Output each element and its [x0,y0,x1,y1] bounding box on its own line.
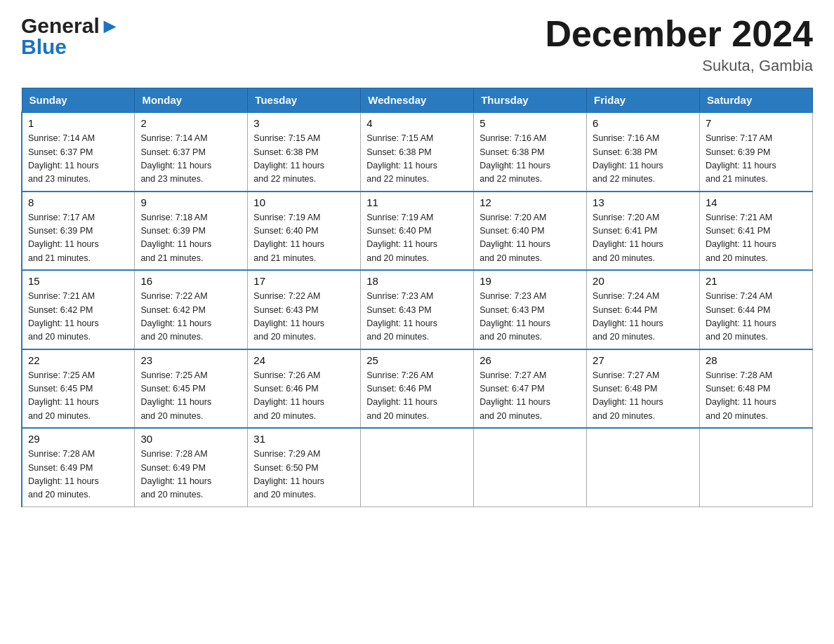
day-cell-19: 19Sunrise: 7:23 AMSunset: 6:43 PMDayligh… [474,270,587,349]
day-info: Sunrise: 7:23 AMSunset: 6:43 PMDaylight:… [366,290,468,344]
day-number: 29 [28,433,128,445]
day-number: 30 [140,433,241,445]
title-area: December 2024 Sukuta, Gambia [545,14,813,75]
day-number: 10 [253,196,355,208]
day-info: Sunrise: 7:25 AMSunset: 6:45 PMDaylight:… [28,369,128,424]
day-number: 4 [366,117,468,129]
day-info: Sunrise: 7:22 AMSunset: 6:43 PMDaylight:… [253,290,355,344]
day-info: Sunrise: 7:19 AMSunset: 6:40 PMDaylight:… [366,211,468,266]
week-row-5: 29Sunrise: 7:28 AMSunset: 6:49 PMDayligh… [22,428,813,507]
day-number: 14 [706,196,807,208]
day-cell-7: 7Sunrise: 7:17 AMSunset: 6:39 PMDaylight… [700,112,813,192]
empty-cell [700,428,813,507]
day-number: 15 [28,275,128,287]
logo-line1: General► [21,14,120,38]
day-info: Sunrise: 7:27 AMSunset: 6:48 PMDaylight:… [593,369,694,424]
weekday-header-thursday: Thursday [474,88,587,113]
day-cell-24: 24Sunrise: 7:26 AMSunset: 6:46 PMDayligh… [248,349,361,429]
day-cell-15: 15Sunrise: 7:21 AMSunset: 6:42 PMDayligh… [22,270,135,349]
day-info: Sunrise: 7:19 AMSunset: 6:40 PMDaylight:… [253,211,355,266]
day-cell-28: 28Sunrise: 7:28 AMSunset: 6:48 PMDayligh… [700,349,813,429]
day-info: Sunrise: 7:21 AMSunset: 6:42 PMDaylight:… [28,290,128,344]
weekday-header-saturday: Saturday [700,88,813,113]
day-number: 2 [140,117,241,129]
day-cell-17: 17Sunrise: 7:22 AMSunset: 6:43 PMDayligh… [248,270,361,349]
day-number: 3 [253,117,355,129]
day-number: 26 [479,354,581,366]
day-number: 24 [253,354,355,366]
day-number: 11 [366,196,468,208]
day-info: Sunrise: 7:28 AMSunset: 6:48 PMDaylight:… [706,369,807,424]
day-info: Sunrise: 7:20 AMSunset: 6:41 PMDaylight:… [593,211,694,266]
day-info: Sunrise: 7:21 AMSunset: 6:41 PMDaylight:… [706,211,807,266]
logo-line2: Blue [21,35,120,59]
day-info: Sunrise: 7:26 AMSunset: 6:46 PMDaylight:… [253,369,355,424]
empty-cell [361,428,474,507]
day-info: Sunrise: 7:26 AMSunset: 6:46 PMDaylight:… [366,369,468,424]
day-info: Sunrise: 7:24 AMSunset: 6:44 PMDaylight:… [706,290,807,344]
day-info: Sunrise: 7:15 AMSunset: 6:38 PMDaylight:… [253,132,355,187]
day-cell-9: 9Sunrise: 7:18 AMSunset: 6:39 PMDaylight… [135,192,248,271]
location-title: Sukuta, Gambia [545,57,813,75]
day-number: 19 [479,275,581,287]
day-cell-20: 20Sunrise: 7:24 AMSunset: 6:44 PMDayligh… [587,270,700,349]
weekday-header-row: SundayMondayTuesdayWednesdayThursdayFrid… [22,88,813,113]
day-cell-16: 16Sunrise: 7:22 AMSunset: 6:42 PMDayligh… [135,270,248,349]
day-cell-25: 25Sunrise: 7:26 AMSunset: 6:46 PMDayligh… [361,349,474,429]
weekday-header-monday: Monday [135,88,248,113]
day-cell-27: 27Sunrise: 7:27 AMSunset: 6:48 PMDayligh… [587,349,700,429]
day-number: 6 [593,117,694,129]
day-cell-14: 14Sunrise: 7:21 AMSunset: 6:41 PMDayligh… [700,192,813,271]
day-info: Sunrise: 7:18 AMSunset: 6:39 PMDaylight:… [140,211,241,266]
day-number: 7 [706,117,807,129]
day-number: 23 [140,354,241,366]
day-number: 21 [706,275,807,287]
day-info: Sunrise: 7:22 AMSunset: 6:42 PMDaylight:… [140,290,241,344]
logo: General► Blue [21,14,120,59]
week-row-4: 22Sunrise: 7:25 AMSunset: 6:45 PMDayligh… [22,349,813,429]
weekday-header-tuesday: Tuesday [248,88,361,113]
week-row-2: 8Sunrise: 7:17 AMSunset: 6:39 PMDaylight… [22,192,813,271]
day-cell-12: 12Sunrise: 7:20 AMSunset: 6:40 PMDayligh… [474,192,587,271]
day-info: Sunrise: 7:20 AMSunset: 6:40 PMDaylight:… [479,211,581,266]
day-cell-18: 18Sunrise: 7:23 AMSunset: 6:43 PMDayligh… [361,270,474,349]
day-cell-5: 5Sunrise: 7:16 AMSunset: 6:38 PMDaylight… [474,112,587,192]
day-number: 13 [593,196,694,208]
day-cell-21: 21Sunrise: 7:24 AMSunset: 6:44 PMDayligh… [700,270,813,349]
day-cell-13: 13Sunrise: 7:20 AMSunset: 6:41 PMDayligh… [587,192,700,271]
day-cell-1: 1Sunrise: 7:14 AMSunset: 6:37 PMDaylight… [22,112,135,192]
day-info: Sunrise: 7:28 AMSunset: 6:49 PMDaylight:… [28,448,128,502]
day-info: Sunrise: 7:16 AMSunset: 6:38 PMDaylight:… [479,132,581,187]
empty-cell [587,428,700,507]
weekday-header-sunday: Sunday [22,88,135,113]
day-number: 25 [366,354,468,366]
day-cell-11: 11Sunrise: 7:19 AMSunset: 6:40 PMDayligh… [361,192,474,271]
day-number: 17 [253,275,355,287]
day-cell-4: 4Sunrise: 7:15 AMSunset: 6:38 PMDaylight… [361,112,474,192]
day-cell-10: 10Sunrise: 7:19 AMSunset: 6:40 PMDayligh… [248,192,361,271]
day-info: Sunrise: 7:28 AMSunset: 6:49 PMDaylight:… [140,448,241,502]
week-row-1: 1Sunrise: 7:14 AMSunset: 6:37 PMDaylight… [22,112,813,192]
day-cell-6: 6Sunrise: 7:16 AMSunset: 6:38 PMDaylight… [587,112,700,192]
day-cell-26: 26Sunrise: 7:27 AMSunset: 6:47 PMDayligh… [474,349,587,429]
week-row-3: 15Sunrise: 7:21 AMSunset: 6:42 PMDayligh… [22,270,813,349]
day-info: Sunrise: 7:17 AMSunset: 6:39 PMDaylight:… [706,132,807,187]
day-info: Sunrise: 7:15 AMSunset: 6:38 PMDaylight:… [366,132,468,187]
day-number: 16 [140,275,241,287]
day-info: Sunrise: 7:27 AMSunset: 6:47 PMDaylight:… [479,369,581,424]
day-cell-3: 3Sunrise: 7:15 AMSunset: 6:38 PMDaylight… [248,112,361,192]
page-header: General► Blue December 2024 Sukuta, Gamb… [21,14,813,75]
day-info: Sunrise: 7:14 AMSunset: 6:37 PMDaylight:… [28,132,128,187]
day-number: 27 [593,354,694,366]
day-cell-2: 2Sunrise: 7:14 AMSunset: 6:37 PMDaylight… [135,112,248,192]
day-number: 9 [140,196,241,208]
day-number: 12 [479,196,581,208]
day-info: Sunrise: 7:17 AMSunset: 6:39 PMDaylight:… [28,211,128,266]
month-title: December 2024 [545,14,813,54]
day-number: 18 [366,275,468,287]
day-cell-8: 8Sunrise: 7:17 AMSunset: 6:39 PMDaylight… [22,192,135,271]
day-number: 31 [253,433,355,445]
day-cell-22: 22Sunrise: 7:25 AMSunset: 6:45 PMDayligh… [22,349,135,429]
day-info: Sunrise: 7:23 AMSunset: 6:43 PMDaylight:… [479,290,581,344]
day-number: 1 [28,117,128,129]
